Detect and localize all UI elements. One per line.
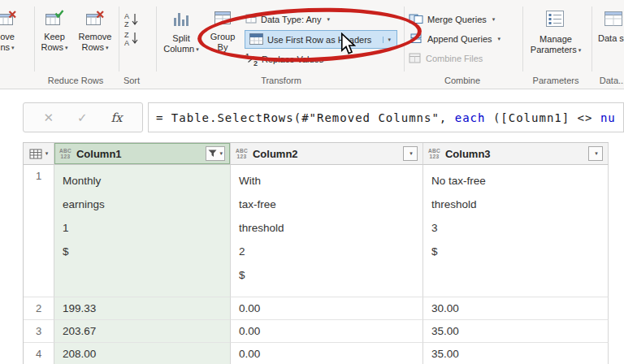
data-type-icon [245,14,257,25]
row-number[interactable]: 2 [24,297,54,320]
any-type-icon: ABC123 [236,148,248,159]
keep-rows-label: Keep Rows▾ [36,32,73,53]
column-header-column1[interactable]: ABC123 Column1 ▾ [54,143,231,165]
use-first-row-label: Use First Row as Headers [267,35,371,45]
parameters-group-label: Parameters [523,76,588,85]
column3-filter-button[interactable]: ▾ [588,146,603,161]
table-cell[interactable]: 30.00 [423,297,609,320]
table-cell[interactable]: With tax-free threshold 2 $ [231,165,423,297]
formula-input[interactable]: = Table.SelectRows(#"Removed Columns", e… [148,102,624,132]
manage-parameters-button[interactable]: Manage Parameters▾ [527,10,584,55]
group-separator [34,6,35,72]
chevron-down-icon: ▾ [106,45,109,50]
split-column-button[interactable]: Split Column▾ [161,10,202,54]
manage-parameters-icon [545,10,566,31]
table-cell[interactable]: 199.33 [54,297,231,320]
split-column-icon [172,10,190,30]
formula-keyword-null: nu [600,111,616,124]
chevron-down-icon: ▾ [492,16,496,23]
chevron-down-icon: ▾ [410,150,413,157]
replace-values-button[interactable]: 1 2 Replace Values [245,51,323,67]
data-source-settings-button[interactable]: Data se [595,10,624,44]
column2-filter-button[interactable]: ▾ [403,146,418,161]
table-cell[interactable]: 35.00 [423,320,609,343]
cell-line: With [239,169,422,193]
cell-line: tax-free [239,193,422,216]
sort-ascending-button[interactable]: AZ [122,11,141,28]
table-cell[interactable]: 0.00 [231,297,423,320]
cell-line: earnings [63,193,230,216]
column1-filter-button[interactable]: ▾ [206,146,225,161]
column2-name: Column2 [253,148,298,160]
use-first-row-as-headers-button[interactable]: Use First Row as Headers ▾ [245,30,397,49]
remove-columns-label: ove ns▾ [0,32,15,53]
group-separator [592,6,592,72]
append-queries-icon [409,33,423,46]
combine-files-icon [409,53,422,65]
formula-bar-buttons: ✕ ✓ fx [23,102,143,132]
data-type-label: Data Type: Any [261,15,321,24]
manage-parameters-label: Manage Parameters▾ [527,34,584,55]
table-corner-button[interactable]: ▾ [24,143,54,165]
chevron-down-icon: ▾ [327,16,330,23]
sort-az-icon: AZ [123,11,141,28]
remove-columns-button[interactable]: ove ns▾ [0,10,26,53]
group-separator [404,6,405,72]
table-cell[interactable]: 208.00 [54,343,231,364]
svg-text:Z: Z [124,20,129,28]
merge-queries-button[interactable]: Merge Queries ▾ [409,11,495,28]
filter-funnel-icon [208,150,217,158]
svg-text:Z: Z [124,31,129,39]
formula-keyword-each: each [455,111,486,124]
column-header-column2[interactable]: ABC123 Column2 ▾ [231,143,423,165]
column3-name: Column3 [445,148,491,160]
sort-za-icon: ZA [123,30,141,46]
combine-files-label: Combine Files [426,54,483,63]
keep-rows-button[interactable]: Keep Rows▾ [36,10,73,53]
remove-rows-icon [85,10,105,28]
column-header-column3[interactable]: ABC123 Column3 ▾ [423,143,609,165]
group-separator [522,6,523,72]
formula-text: = Table.SelectRows(#"Removed Columns", [156,111,455,124]
fx-icon[interactable]: fx [111,110,123,125]
data-source-icon [604,10,623,30]
chevron-down-icon: ▾ [578,47,582,53]
cell-line: threshold [239,216,422,240]
cell-line: threshold [431,193,608,216]
table-cell[interactable]: 0.00 [231,320,423,343]
keep-rows-icon [45,10,64,28]
table-cell[interactable]: 203.67 [54,320,231,343]
table-cell[interactable]: No tax-free threshold 3 $ [423,165,609,297]
cancel-formula-icon[interactable]: ✕ [43,110,54,125]
chevron-down-icon: ▾ [11,45,15,50]
table-cell[interactable]: 35.00 [423,343,609,364]
append-queries-button[interactable]: Append Queries ▾ [409,31,500,47]
table-cell[interactable]: 0.00 [231,343,423,364]
data-source-label: Data se [598,33,624,44]
sort-descending-button[interactable]: ZA [122,29,141,46]
table-cell[interactable]: Monthly earnings 1 $ [54,165,231,297]
confirm-formula-icon[interactable]: ✓ [77,110,88,125]
replace-values-two: 2 [254,59,258,67]
row-number[interactable]: 1 [24,165,54,297]
combine-group-label: Combine [405,76,520,85]
chevron-down-icon[interactable]: ▾ [383,37,392,43]
group-by-button[interactable]: Group By [205,10,240,53]
remove-rows-label: Remove Rows▾ [75,32,115,53]
split-column-label: Split Column▾ [161,33,202,54]
cell-line: Monthly [63,169,230,193]
cell-line: No tax-free [431,169,608,193]
row-number[interactable]: 3 [24,320,54,343]
replace-values-label: Replace Values [262,54,323,64]
remove-rows-button[interactable]: Remove Rows▾ [75,10,115,53]
cell-line: $ [431,240,608,263]
merge-queries-icon [409,14,423,26]
replace-values-icon: 1 2 [245,54,258,66]
sort-group-label: Sort [115,76,148,85]
data-type-button[interactable]: Data Type: Any ▾ [245,11,330,28]
append-queries-label: Append Queries [427,34,492,44]
group-separator [119,6,119,72]
cell-line: $ [239,263,422,287]
row-number[interactable]: 4 [24,343,54,364]
chevron-down-icon: ▾ [498,36,501,42]
